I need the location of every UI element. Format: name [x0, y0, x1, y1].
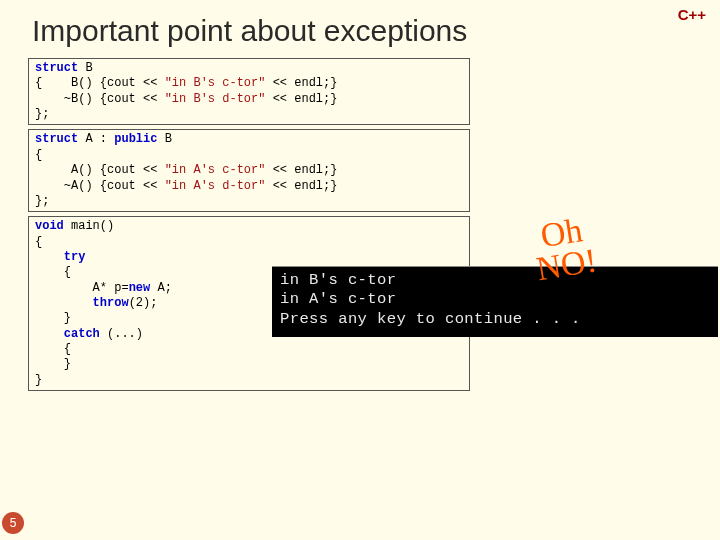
code-text: main(): [64, 219, 114, 233]
code-text: }: [35, 357, 71, 371]
code-box-struct-b: struct B { B() {cout << "in B's c-tor" <…: [28, 58, 470, 125]
str: "in B's c-tor": [165, 76, 266, 90]
kw: public: [114, 132, 157, 146]
console-line: in B's c-tor: [280, 271, 396, 289]
code-text: A :: [78, 132, 114, 146]
code-text: };: [35, 194, 49, 208]
kw: void: [35, 219, 64, 233]
cpp-badge: C++: [678, 6, 706, 23]
code-text: (...): [100, 327, 143, 341]
code-text: ~A() {cout <<: [35, 179, 165, 193]
console-output: in B's c-tor in A's c-tor Press any key …: [272, 266, 718, 337]
code-text: }: [35, 373, 42, 387]
code-text: << endl;}: [265, 76, 337, 90]
code-text: ~B() {cout <<: [35, 92, 165, 106]
code-text: {: [35, 235, 42, 249]
code-text: };: [35, 107, 49, 121]
code-text: (2);: [129, 296, 158, 310]
code-box-struct-a: struct A : public B { A() {cout << "in A…: [28, 129, 470, 212]
str: "in B's d-tor": [165, 92, 266, 106]
str: "in A's d-tor": [165, 179, 266, 193]
code-text: << endl;}: [265, 179, 337, 193]
code-text: {: [35, 148, 42, 162]
code-text: { B() {cout <<: [35, 76, 165, 90]
kw: catch: [35, 327, 100, 341]
str: "in A's c-tor": [165, 163, 266, 177]
code-text: << endl;}: [265, 92, 337, 106]
kw: throw: [35, 296, 129, 310]
code-text: << endl;}: [265, 163, 337, 177]
console-line: in A's c-tor: [280, 290, 396, 308]
kw: new: [129, 281, 151, 295]
code-text: B: [78, 61, 92, 75]
code-text: A;: [150, 281, 172, 295]
kw: try: [35, 250, 85, 264]
console-line: Press any key to continue . . .: [280, 310, 581, 328]
kw: struct: [35, 132, 78, 146]
code-text: A() {cout <<: [35, 163, 165, 177]
page-number: 5: [2, 512, 24, 534]
kw: struct: [35, 61, 78, 75]
code-text: }: [35, 311, 71, 325]
code-text: {: [35, 342, 71, 356]
code-text: {: [35, 265, 71, 279]
code-text: B: [157, 132, 171, 146]
code-text: A* p=: [35, 281, 129, 295]
oh-no-callout: Oh NO!: [529, 213, 599, 286]
slide-title: Important point about exceptions: [32, 14, 702, 48]
slide: C++ Important point about exceptions str…: [0, 0, 720, 540]
